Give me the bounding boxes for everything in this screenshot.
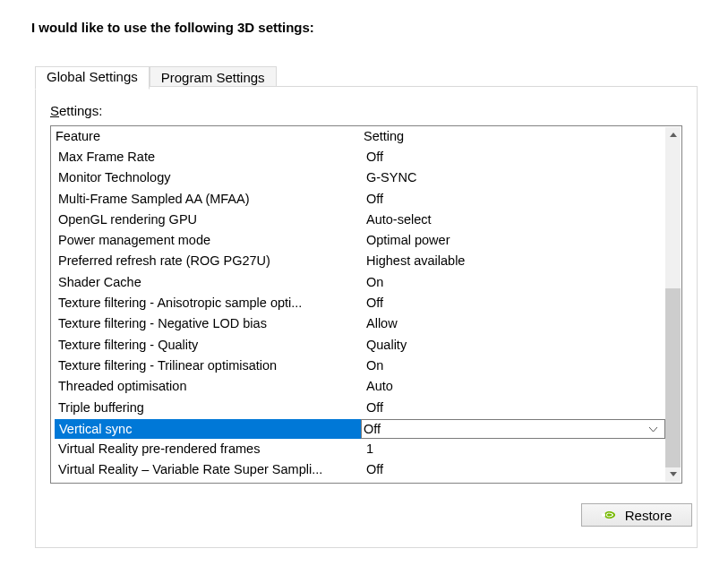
scroll-down-button[interactable]	[665, 467, 681, 482]
feature-cell: Power management mode	[55, 230, 364, 251]
setting-cell: Off	[364, 147, 665, 167]
table-row[interactable]: Power management modeOptimal power	[51, 230, 665, 251]
tab-bar: Global SettingsProgram Settings	[35, 65, 277, 87]
table-row[interactable]: Texture filtering - Trilinear optimisati…	[51, 356, 665, 376]
feature-cell: Triple buffering	[55, 398, 364, 418]
feature-cell: OpenGL rendering GPU	[55, 210, 364, 230]
feature-cell: Shader Cache	[55, 272, 364, 293]
scroll-thumb[interactable]	[665, 288, 681, 467]
nvidia-logo-icon	[602, 510, 616, 519]
feature-cell: Preferred refresh rate (ROG PG27U)	[55, 251, 364, 271]
column-header-setting: Setting	[362, 126, 665, 147]
settings-label-text: ettings:	[59, 103, 102, 118]
settings-label-accel: S	[50, 103, 59, 118]
restore-button-label: Restore	[625, 508, 672, 523]
feature-cell: Texture filtering - Quality	[55, 335, 364, 356]
feature-cell: Threaded optimisation	[55, 376, 364, 397]
table-row[interactable]: Texture filtering - Anisotropic sample o…	[51, 293, 665, 313]
svg-rect-0	[602, 514, 605, 517]
scroll-up-button[interactable]	[665, 127, 681, 142]
tab-global-settings[interactable]: Global Settings	[35, 66, 150, 90]
setting-cell: G-SYNC	[364, 167, 665, 188]
column-header-feature: Feature	[55, 126, 362, 147]
setting-cell: Off	[364, 459, 665, 480]
table-row[interactable]: Max Frame RateOff	[51, 147, 665, 167]
setting-cell: Off	[364, 293, 665, 313]
table-row[interactable]: Threaded optimisationAuto	[51, 376, 665, 397]
setting-cell: On	[364, 272, 665, 293]
settings-label: Settings:	[50, 103, 102, 118]
setting-cell: Auto-select	[364, 210, 665, 230]
setting-cell: Auto	[364, 376, 665, 397]
setting-cell: Highest available	[364, 251, 665, 271]
table-row[interactable]: Monitor TechnologyG-SYNC	[51, 167, 665, 188]
table-header: FeatureSetting	[51, 126, 665, 147]
feature-cell: Texture filtering - Trilinear optimisati…	[55, 356, 364, 376]
table-row[interactable]: Shader CacheOn	[51, 272, 665, 293]
settings-listbox[interactable]: FeatureSettingMax Frame RateOffMonitor T…	[50, 125, 682, 484]
table-row[interactable]: Triple bufferingOff	[51, 398, 665, 418]
setting-cell: Optimal power	[364, 230, 665, 251]
table-row[interactable]: Texture filtering - Negative LOD biasAll…	[51, 313, 665, 334]
table-row[interactable]: Vertical syncOff	[51, 418, 665, 439]
restore-button[interactable]: Restore	[581, 503, 692, 527]
setting-cell: On	[364, 356, 665, 376]
feature-cell: Texture filtering - Anisotropic sample o…	[55, 293, 364, 313]
setting-dropdown[interactable]: Off	[361, 419, 665, 439]
table-row[interactable]: Texture filtering - QualityQuality	[51, 335, 665, 356]
feature-cell: Virtual Reality pre-rendered frames	[55, 439, 364, 459]
setting-value: Off	[364, 420, 381, 438]
table-row[interactable]: Virtual Reality – Variable Rate Super Sa…	[51, 459, 665, 480]
feature-cell: Virtual Reality – Variable Rate Super Sa…	[55, 459, 364, 480]
chevron-down-icon	[649, 420, 657, 438]
page-heading: I would like to use the following 3D set…	[31, 20, 314, 35]
setting-cell: Quality	[364, 335, 665, 356]
feature-cell: Multi-Frame Sampled AA (MFAA)	[55, 189, 364, 210]
table-row[interactable]: OpenGL rendering GPUAuto-select	[51, 210, 665, 230]
feature-cell: Max Frame Rate	[55, 147, 364, 167]
feature-cell: Vertical sync	[55, 419, 361, 439]
setting-cell: Allow	[364, 313, 665, 334]
scrollbar[interactable]	[665, 127, 681, 482]
setting-cell: 1	[364, 439, 665, 459]
table-row[interactable]: Virtual Reality pre-rendered frames1	[51, 439, 665, 459]
feature-cell: Monitor Technology	[55, 167, 364, 188]
setting-cell: Off	[364, 398, 665, 418]
setting-cell: Off	[364, 189, 665, 210]
table-row[interactable]: Preferred refresh rate (ROG PG27U)Highes…	[51, 251, 665, 271]
table-row[interactable]: Multi-Frame Sampled AA (MFAA)Off	[51, 189, 665, 210]
feature-cell: Texture filtering - Negative LOD bias	[55, 313, 364, 334]
